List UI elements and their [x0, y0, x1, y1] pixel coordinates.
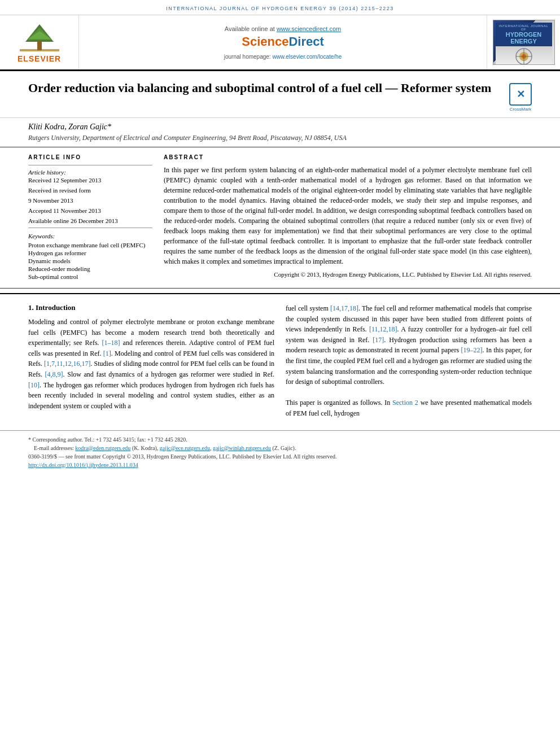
- keyword-3: Dynamic models: [28, 257, 152, 264]
- section1-heading: Introduction: [36, 303, 76, 312]
- abstract-header: ABSTRACT: [164, 154, 532, 160]
- affiliation-text: Rutgers University, Department of Electr…: [28, 134, 532, 142]
- elsevier-logo: ELSEVIER: [17, 22, 62, 63]
- abstract-text: In this paper we first perform system ba…: [164, 165, 532, 267]
- email-link-kodra[interactable]: kodra@eden.rutgers.edu: [75, 445, 130, 451]
- elsevier-logo-area: ELSEVIER: [0, 15, 79, 69]
- ref-link-19-22[interactable]: [19–22]: [461, 346, 483, 354]
- journal-homepage-link[interactable]: www.elsevier.com/locate/he: [272, 54, 342, 60]
- body-column-right: fuel cell system [14,17,18]. The fuel ce…: [286, 303, 532, 419]
- authors-text: Kliti Kodra, Zoran Gajic*: [28, 123, 532, 132]
- publisher-header: ELSEVIER Available online at www.science…: [0, 15, 560, 71]
- cover-graphic-icon: [507, 46, 541, 65]
- ref-link-11-12-18[interactable]: [11,12,18]: [369, 325, 397, 333]
- journal-header-text: INTERNATIONAL JOURNAL OF HYDROGEN ENERGY…: [166, 6, 394, 11]
- crossmark-area: ✕ CrossMark: [509, 83, 532, 112]
- footnote-area: * Corresponding author. Tel.: +1 732 445…: [0, 430, 560, 475]
- ref-link-17[interactable]: [17]: [373, 336, 384, 344]
- copyright-text: Copyright © 2013, Hydrogen Energy Public…: [164, 271, 532, 278]
- ref-link-1[interactable]: [1]: [103, 350, 111, 357]
- ref-link-14-17-18[interactable]: [14,17,18]: [330, 304, 358, 312]
- journal-header-bar: INTERNATIONAL JOURNAL OF HYDROGEN ENERGY…: [0, 0, 560, 15]
- svg-rect-1: [37, 42, 42, 50]
- elsevier-tree-icon: [17, 22, 62, 53]
- authors-section: Kliti Kodra, Zoran Gajic* Rutgers Univer…: [0, 118, 560, 147]
- article-info-header: ARTICLE INFO: [28, 154, 152, 160]
- footnote-corresponding-text: * Corresponding author. Tel.: +1 732 445…: [28, 436, 187, 443]
- section1-col1-text: Modeling and control of polymer electrol…: [28, 317, 274, 411]
- keyword-1: Proton exchange membrane fuel cell (PEMF…: [28, 242, 152, 248]
- history-label: Article history:: [28, 169, 152, 176]
- journal-cover-area: INTERNATIONAL JOURNAL OF HYDROGEN ENERGY: [487, 15, 560, 69]
- body-column-left: 1. Introduction Modeling and control of …: [28, 303, 274, 419]
- body-content: 1. Introduction Modeling and control of …: [0, 293, 560, 428]
- keyword-5: Sub-optimal control: [28, 273, 152, 280]
- keyword-4: Reduced-order modeling: [28, 265, 152, 272]
- email-link-gajic2[interactable]: gajic@winlab.rutgers.edu: [213, 445, 271, 451]
- section1-title: 1. Introduction: [28, 303, 274, 312]
- footnote-corresponding: * Corresponding author. Tel.: +1 732 445…: [28, 435, 532, 444]
- received-date: Received 12 September 2013: [28, 177, 152, 184]
- abstract-column: ABSTRACT In this paper we first perform …: [164, 154, 532, 281]
- doi-link[interactable]: http://dx.doi.org/10.1016/j.ijhydene.201…: [28, 462, 138, 468]
- elsevier-text: ELSEVIER: [18, 54, 61, 63]
- journal-cover-image: INTERNATIONAL JOURNAL OF HYDROGEN ENERGY: [493, 20, 555, 65]
- sciencedirect-science: Science: [242, 34, 288, 49]
- info-divider-2: [28, 228, 152, 228]
- revised-date: 9 November 2013: [28, 197, 152, 204]
- keywords-label: Keywords:: [28, 233, 152, 239]
- accepted-date: Accepted 11 November 2013: [28, 207, 152, 214]
- footnote-issn: 0360-3199/$ — see front matter Copyright…: [28, 452, 532, 461]
- article-info-column: ARTICLE INFO Article history: Received 1…: [28, 154, 152, 281]
- section1-number: 1.: [28, 303, 34, 312]
- ref-link-10[interactable]: [10]: [28, 381, 40, 389]
- article-title: Order reduction via balancing and subopt…: [28, 80, 504, 97]
- sciencedirect-logo: ScienceDirect: [242, 34, 324, 49]
- available-date: Available online 26 December 2013: [28, 217, 152, 224]
- article-title-section: Order reduction via balancing and subopt…: [0, 71, 560, 118]
- publisher-center: Available online at www.sciencedirect.co…: [79, 15, 487, 69]
- info-divider: [28, 165, 152, 165]
- crossmark-label: CrossMark: [509, 107, 532, 112]
- crossmark-icon: ✕: [509, 83, 532, 106]
- info-abstract-section: ARTICLE INFO Article history: Received 1…: [0, 147, 560, 289]
- sciencedirect-url[interactable]: www.sciencedirect.com: [277, 25, 341, 32]
- ref-link-1-18[interactable]: [1–18]: [102, 339, 120, 347]
- email-link-gajic1[interactable]: gajic@ece.rutgers.edu: [160, 445, 210, 451]
- sciencedirect-direct: Direct: [288, 34, 323, 49]
- keyword-2: Hydrogen gas reformer: [28, 250, 152, 256]
- journal-homepage: journal homepage: www.elsevier.com/locat…: [224, 54, 342, 60]
- footnote-email: E-mail addresses: kodra@eden.rutgers.edu…: [28, 444, 532, 452]
- section1-col2-text: fuel cell system [14,17,18]. The fuel ce…: [286, 303, 532, 419]
- ref-link-1-7-11[interactable]: [1,7,11,12,16,17]: [44, 360, 91, 368]
- footnote-doi: http://dx.doi.org/10.1016/j.ijhydene.201…: [28, 461, 532, 469]
- revised-label: Received in revised form: [28, 187, 152, 194]
- section2-link[interactable]: Section 2: [392, 399, 418, 407]
- ref-link-4-8-9[interactable]: [4,8,9]: [45, 370, 63, 378]
- available-online-text: Available online at www.sciencedirect.co…: [225, 25, 341, 32]
